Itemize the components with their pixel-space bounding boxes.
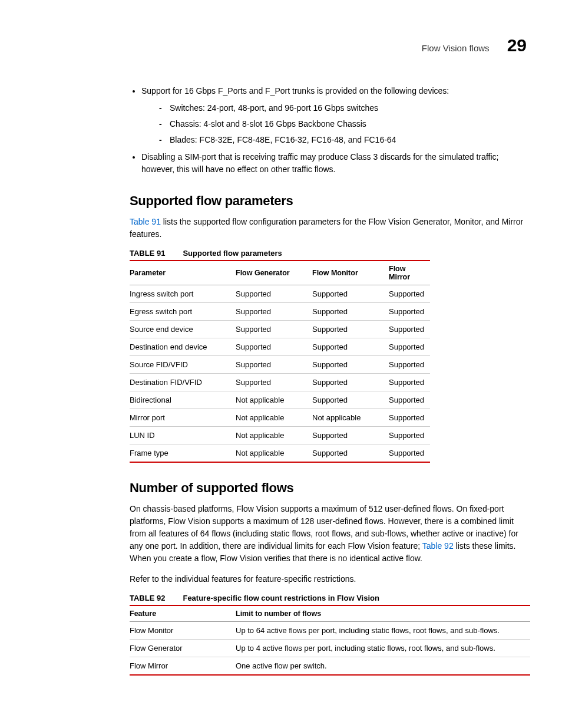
table-label-num: TABLE 91 xyxy=(130,249,165,258)
header-title: Flow Vision flows xyxy=(422,43,490,53)
body-paragraph: Refer to the individual features for fea… xyxy=(130,573,527,585)
table-row: BidirectionalNot applicableSupportedSupp… xyxy=(130,391,430,409)
table-row: Egress switch portSupportedSupportedSupp… xyxy=(130,303,430,321)
table-cell: Mirror port xyxy=(130,409,236,427)
list-text: Support for 16 Gbps F_Ports and F_Port t… xyxy=(141,86,449,95)
table-cell: Up to 4 active flows per port, including… xyxy=(236,640,530,657)
table-cell: Frame type xyxy=(130,444,236,463)
table-header: Limit to number of flows xyxy=(236,605,530,622)
table-row: Flow GeneratorUp to 4 active flows per p… xyxy=(130,640,530,657)
table-flow-restrictions: Feature Limit to number of flows Flow Mo… xyxy=(130,605,530,676)
table-row: Flow MirrorOne active flow per switch. xyxy=(130,657,530,676)
table-cell: Supported xyxy=(389,285,430,303)
table-link[interactable]: Table 91 xyxy=(130,217,161,226)
table-cell: Supported xyxy=(389,444,430,463)
table-cell: Supported xyxy=(236,356,312,374)
table-header: Flow Generator xyxy=(236,261,312,285)
table-cell: Supported xyxy=(389,409,430,427)
bullet-list: Support for 16 Gbps F_Ports and F_Port t… xyxy=(130,85,527,176)
table-cell: Supported xyxy=(236,321,312,338)
table-row: Flow MonitorUp to 64 active flows per po… xyxy=(130,622,530,640)
table-cell: Bidirectional xyxy=(130,391,236,409)
table-cell: Supported xyxy=(389,303,430,321)
para-text: lists the supported flow configuration p… xyxy=(130,217,523,239)
table-row: Ingress switch portSupportedSupportedSup… xyxy=(130,285,430,303)
table-header: Parameter xyxy=(130,261,236,285)
table-cell: Supported xyxy=(389,374,430,391)
list-item: Disabling a SIM-port that is receiving t… xyxy=(141,151,527,176)
table-row: Mirror portNot applicableNot applicableS… xyxy=(130,409,430,427)
table-cell: Not applicable xyxy=(236,391,312,409)
table-header: Flow Monitor xyxy=(312,261,389,285)
page: Flow Vision flows 29 Support for 16 Gbps… xyxy=(0,0,562,728)
table-cell: Supported xyxy=(312,321,389,338)
table-supported-params: Parameter Flow Generator Flow Monitor Fl… xyxy=(130,260,430,463)
table-cell: Supported xyxy=(389,391,430,409)
chapter-number: 29 xyxy=(507,35,527,55)
table-header: Feature xyxy=(130,605,236,622)
sub-list: Switches: 24-port, 48-port, and 96-port … xyxy=(141,102,527,146)
table-row: Destination FID/VFIDSupportedSupportedSu… xyxy=(130,374,430,391)
table-cell: Supported xyxy=(312,338,389,356)
table-label-title: Feature-specific flow count restrictions… xyxy=(183,594,379,602)
table-row: Source end deviceSupportedSupportedSuppo… xyxy=(130,321,430,338)
table-cell: Not applicable xyxy=(312,409,389,427)
table-cell: Flow Mirror xyxy=(130,657,236,676)
table-link[interactable]: Table 92 xyxy=(422,541,454,551)
table-cell: Supported xyxy=(389,356,430,374)
table-cell: Up to 64 active flows per port, includin… xyxy=(236,622,530,640)
table-cell: Supported xyxy=(312,374,389,391)
table-row: Source FID/VFIDSupportedSupportedSupport… xyxy=(130,356,430,374)
table-cell: Supported xyxy=(236,338,312,356)
table-header-row: Feature Limit to number of flows xyxy=(130,605,530,622)
body-paragraph: On chassis-based platforms, Flow Vision … xyxy=(130,503,527,565)
table-header-row: Parameter Flow Generator Flow Monitor Fl… xyxy=(130,261,430,285)
table-caption: TABLE 92 Feature-specific flow count res… xyxy=(130,594,527,602)
page-header: Flow Vision flows 29 xyxy=(35,35,527,55)
sub-list-item: Switches: 24-port, 48-port, and 96-port … xyxy=(159,102,527,114)
body-paragraph: Table 91 lists the supported flow config… xyxy=(130,216,527,241)
table-cell: Supported xyxy=(312,444,389,463)
section-heading-supported-params: Supported flow parameters xyxy=(130,193,527,209)
table-cell: Destination FID/VFID xyxy=(130,374,236,391)
table-cell: Supported xyxy=(312,356,389,374)
table-cell: Supported xyxy=(236,285,312,303)
table-caption: TABLE 91 Supported flow parameters xyxy=(130,249,527,258)
table-cell: Supported xyxy=(389,427,430,444)
table-cell: Not applicable xyxy=(236,409,312,427)
table-cell: Supported xyxy=(389,321,430,338)
table-cell: Source end device xyxy=(130,321,236,338)
table-cell: Supported xyxy=(312,303,389,321)
sub-list-item: Blades: FC8-32E, FC8-48E, FC16-32, FC16-… xyxy=(159,134,527,146)
table-cell: Flow Generator xyxy=(130,640,236,657)
table-row: Destination end deviceSupportedSupported… xyxy=(130,338,430,356)
sub-list-item: Chassis: 4-slot and 8-slot 16 Gbps Backb… xyxy=(159,118,527,130)
table-cell: Supported xyxy=(312,427,389,444)
table-cell: Supported xyxy=(236,303,312,321)
content-body: Support for 16 Gbps F_Ports and F_Port t… xyxy=(130,85,527,676)
table-cell: Supported xyxy=(389,338,430,356)
table-row: Frame typeNot applicableSupportedSupport… xyxy=(130,444,430,463)
table-cell: Not applicable xyxy=(236,427,312,444)
list-item: Support for 16 Gbps F_Ports and F_Port t… xyxy=(141,85,527,146)
table-cell: Supported xyxy=(312,391,389,409)
table-label-num: TABLE 92 xyxy=(130,594,165,602)
table-cell: Supported xyxy=(236,374,312,391)
table-cell: Supported xyxy=(312,285,389,303)
table-row: LUN IDNot applicableSupportedSupported xyxy=(130,427,430,444)
table-cell: One active flow per switch. xyxy=(236,657,530,676)
section-heading-num-flows: Number of supported flows xyxy=(130,480,527,496)
table-cell: Destination end device xyxy=(130,338,236,356)
table-label-title: Supported flow parameters xyxy=(183,249,282,258)
table-cell: Not applicable xyxy=(236,444,312,463)
table-header: Flow Mirror xyxy=(389,261,430,285)
table-cell: Ingress switch port xyxy=(130,285,236,303)
table-cell: Flow Monitor xyxy=(130,622,236,640)
table-cell: Egress switch port xyxy=(130,303,236,321)
table-cell: LUN ID xyxy=(130,427,236,444)
table-cell: Source FID/VFID xyxy=(130,356,236,374)
